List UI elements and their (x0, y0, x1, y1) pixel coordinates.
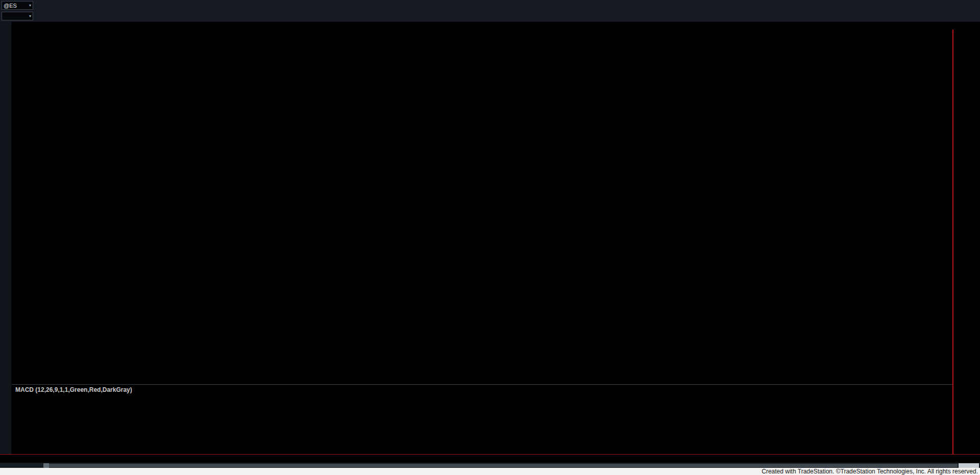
menu-bar: @ES ▾ (0, 0, 980, 11)
macd-title: MACD (12,26,9,1,1,Green,Red,DarkGray) (15, 386, 132, 393)
status-bar: Created with TradeStation. ©TradeStation… (0, 468, 980, 475)
linking-combo[interactable]: ▾ (2, 12, 33, 20)
panel-divider[interactable] (0, 384, 952, 385)
chart-toolbar: ▾ (0, 11, 980, 22)
scrollbar-track[interactable] (43, 464, 958, 467)
chevron-down-icon: ▾ (29, 14, 31, 18)
chevron-down-icon: ▾ (29, 3, 31, 8)
scrollbar-thumb[interactable] (959, 463, 979, 468)
horizontal-scrollbar[interactable] (0, 463, 980, 468)
copyright-text: Created with TradeStation. ©TradeStation… (762, 468, 978, 475)
drawing-tool-column (0, 21, 12, 454)
symbol-combo[interactable]: @ES ▾ (2, 1, 33, 10)
scrollbar-left-thumb[interactable] (43, 463, 49, 468)
symbol-value: @ES (4, 3, 17, 9)
tradestation-window: @ES ▾ ▾ MACD (12,26,9,1,1,Green,Red,Dark… (0, 0, 980, 475)
macd-legend: MACD (12,26,9,1,1,Green,Red,DarkGray) (15, 386, 132, 393)
price-plot (0, 0, 980, 475)
price-axis[interactable] (952, 30, 980, 454)
